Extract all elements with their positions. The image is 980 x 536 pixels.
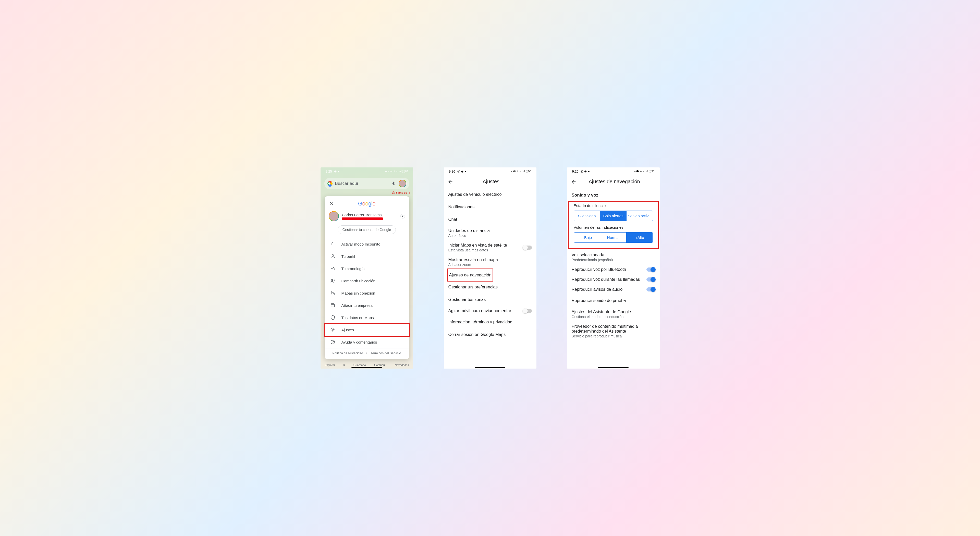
shield-icon: [330, 315, 335, 320]
menu-label: Añadir tu empresa: [342, 303, 373, 307]
navigation-handle[interactable]: [598, 367, 628, 368]
nav-saved[interactable]: Guardado: [353, 363, 366, 366]
menu-incognito[interactable]: Activar modo Incógnito: [325, 238, 409, 250]
manage-google-account-button[interactable]: Gestionar tu cuenta de Google: [338, 225, 396, 234]
footer-separator: •: [366, 352, 367, 355]
share-location-icon: [330, 278, 335, 283]
setting-notifications[interactable]: Notificaciones: [444, 200, 536, 213]
status-time: 9:26: [572, 170, 579, 173]
volume-option-normal[interactable]: Normal: [600, 232, 627, 242]
phone-navigation-settings: 9:26 ✆ ⬘ ● ▢ ⊕ ✱ ◎ ᯤ ııl ⬚90 Ajustes de …: [567, 167, 660, 369]
volume-segmented-control: +Bajo Normal +Alto: [574, 232, 653, 243]
setting-bluetooth-voice[interactable]: Reproducir voz por Bluetooth: [567, 264, 660, 274]
status-bar: 9:25 ⬘ ● ▢ ⊕ ✱ ◎ ᯤ ııl ⬚90: [321, 167, 413, 175]
setting-google-assistant[interactable]: Ajustes del Asistente de Google Gestiona…: [567, 307, 660, 321]
bluetooth-switch[interactable]: [646, 267, 655, 272]
menu-profile[interactable]: Tu perfil: [325, 250, 409, 262]
account-sheet: Google Carlos Ferrer-Bonsoms ▼ Gestionar…: [325, 196, 409, 359]
timeline-icon: [330, 266, 335, 271]
microphone-icon[interactable]: [391, 181, 396, 186]
setting-selected-voice[interactable]: Voz seleccionada Predeterminada (español…: [567, 250, 660, 264]
menu-your-data[interactable]: Tus datos en Maps: [325, 312, 409, 324]
menu-help-feedback[interactable]: Ayuda y comentarios: [325, 336, 409, 348]
navigation-handle[interactable]: [475, 367, 505, 368]
audio-switch[interactable]: [646, 287, 655, 291]
svg-point-0: [332, 254, 334, 256]
offline-icon: [330, 291, 335, 296]
status-bar: 9:26 ✆ ⬘ ● ▢ ⊕ ✱ ◎ ᯤ ııl ⬚90: [567, 167, 660, 175]
sheet-header: Google: [325, 196, 409, 210]
gear-icon: [330, 327, 335, 332]
menu-timeline[interactable]: Tu cronología: [325, 262, 409, 275]
highlight-navigation-settings: Ajustes de navegación: [447, 269, 493, 282]
calls-switch[interactable]: [646, 277, 655, 282]
menu-label: Tu perfil: [342, 254, 355, 259]
mute-option-silenced[interactable]: Silenciado: [574, 211, 600, 221]
maps-pin-icon: [326, 180, 333, 187]
status-time: 9:26: [449, 170, 455, 173]
setting-info-terms-privacy[interactable]: Información, términos y privacidad: [444, 316, 536, 328]
nav-contribute[interactable]: Contribuir: [374, 363, 387, 366]
menu-label: Ajustes: [342, 328, 354, 332]
mute-option-sound-active[interactable]: Sonido activ...: [627, 211, 652, 221]
menu-settings[interactable]: Ajustes: [325, 324, 409, 336]
status-icons-left: ✆ ⬘ ●: [457, 170, 466, 173]
menu-label: Mapas sin conexión: [342, 291, 375, 295]
setting-chat[interactable]: Chat: [444, 213, 536, 226]
shake-switch[interactable]: [523, 309, 532, 313]
svg-point-2: [332, 329, 333, 331]
metro-label: Ⓜ Barrio de la: [321, 191, 413, 195]
menu-share-location[interactable]: Compartir ubicación: [325, 275, 409, 287]
close-icon[interactable]: [329, 201, 334, 206]
back-arrow-icon[interactable]: [448, 179, 453, 184]
search-placeholder: Buscar aquí: [335, 181, 389, 186]
chevron-down-icon[interactable]: ▼: [401, 214, 405, 218]
header-title: Ajustes: [461, 179, 522, 184]
person-icon: [330, 254, 335, 259]
setting-show-scale[interactable]: Mostrar escala en el mapa Al hacer zoom: [444, 255, 536, 269]
mute-option-alerts-only[interactable]: Solo alertas: [600, 211, 627, 221]
privacy-policy-link[interactable]: Política de Privacidad: [332, 352, 363, 355]
sheet-footer: Política de Privacidad • Términos del Se…: [325, 348, 409, 357]
setting-satellite-view[interactable]: Iniciar Maps en vista de satélite Esta v…: [444, 240, 536, 255]
phone-maps-settings: 9:26 ✆ ⬘ ● ▢ ⊕ ✱ ◎ ᯤ ııl ⬚90 Ajustes Aju…: [444, 167, 536, 369]
volume-option-high[interactable]: +Alto: [627, 232, 652, 242]
nav-news[interactable]: Novedades: [395, 363, 409, 366]
setting-media-provider[interactable]: Proveedor de contenido multimedia predet…: [567, 321, 660, 341]
highlight-settings: Ajustes: [324, 323, 410, 337]
setting-distance-units[interactable]: Unidades de distancia Automático: [444, 226, 536, 240]
setting-shake-feedback[interactable]: Agitar móvil para enviar comentar..: [444, 306, 536, 316]
back-arrow-icon[interactable]: [571, 179, 577, 184]
status-icons-left: ✆ ⬘ ●: [581, 170, 590, 173]
menu-label: Compartir ubicación: [342, 279, 375, 283]
account-row[interactable]: Carlos Ferrer-Bonsoms ▼: [325, 210, 409, 224]
navigation-handle[interactable]: [352, 367, 382, 368]
user-avatar[interactable]: [399, 180, 406, 187]
nav-go[interactable]: Ir: [343, 363, 345, 366]
account-avatar: [329, 211, 339, 221]
incognito-icon: [330, 242, 335, 247]
setting-play-test-sound[interactable]: Reproducir sonido de prueba: [567, 294, 660, 307]
menu-label: Activar modo Incógnito: [342, 242, 380, 246]
volume-option-low[interactable]: +Bajo: [574, 232, 600, 242]
setting-ev[interactable]: Ajustes de vehículo eléctrico: [444, 188, 536, 200]
menu-add-business[interactable]: Añadir tu empresa: [325, 299, 409, 312]
google-logo: Google: [358, 200, 375, 207]
status-icons-right: ▢ ⊕ ✱ ◎ ᯤ ııl ⬚90: [632, 170, 654, 173]
setting-navigation[interactable]: Ajustes de navegación: [449, 273, 492, 277]
header-title: Ajustes de navegación: [584, 179, 645, 184]
settings-list[interactable]: Ajustes de vehículo eléctrico Notificaci…: [444, 188, 536, 341]
satellite-switch[interactable]: [523, 245, 532, 250]
setting-audio-cues[interactable]: Reproducir avisos de audio: [567, 284, 660, 294]
menu-label: Tu cronología: [342, 266, 365, 271]
setting-manage-zones[interactable]: Gestionar tus zonas: [444, 293, 536, 306]
app-header: Ajustes: [444, 175, 536, 188]
setting-sign-out[interactable]: Cerrar sesión en Google Maps: [444, 328, 536, 341]
phone-google-maps-account: 9:25 ⬘ ● ▢ ⊕ ✱ ◎ ᯤ ııl ⬚90 Buscar aquí Ⓜ…: [321, 167, 413, 369]
terms-link[interactable]: Términos del Servicio: [370, 352, 401, 355]
menu-offline-maps[interactable]: Mapas sin conexión: [325, 287, 409, 299]
setting-voice-during-calls[interactable]: Reproducir voz durante las llamadas: [567, 274, 660, 284]
setting-manage-preferences[interactable]: Gestionar tus preferencias: [444, 281, 536, 293]
maps-search-bar[interactable]: Buscar aquí: [325, 178, 409, 189]
nav-explore[interactable]: Explorar: [325, 363, 335, 366]
